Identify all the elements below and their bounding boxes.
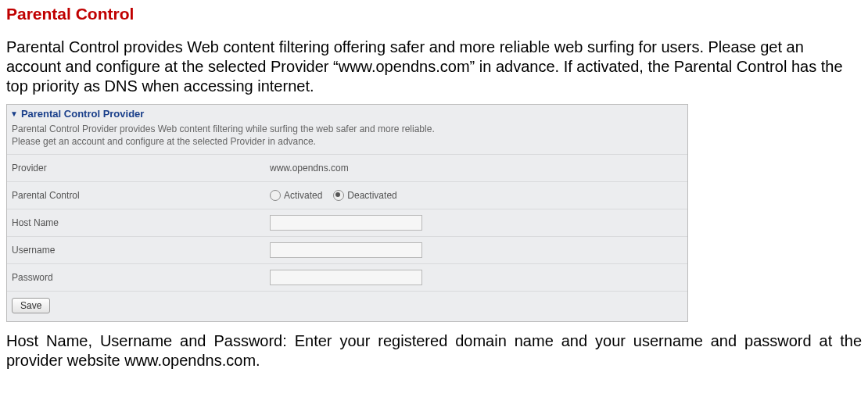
- row-save: Save: [7, 291, 687, 321]
- username-input[interactable]: [270, 242, 422, 258]
- hostname-input[interactable]: [270, 215, 422, 231]
- radio-icon: [270, 190, 281, 201]
- hostname-label: Host Name: [12, 217, 270, 228]
- row-username: Username: [7, 236, 687, 263]
- caret-down-icon: ▼: [10, 109, 18, 118]
- page-title: Parental Control: [6, 5, 862, 23]
- save-button[interactable]: Save: [12, 298, 50, 313]
- panel-description-line2: Please get an account and configure at t…: [12, 135, 683, 148]
- provider-label: Provider: [12, 163, 270, 174]
- radio-icon: [333, 190, 344, 201]
- panel-description-line1: Parental Control Provider provides Web c…: [12, 123, 683, 135]
- row-hostname: Host Name: [7, 209, 687, 236]
- parental-control-label: Parental Control: [12, 190, 270, 201]
- row-password: Password: [7, 263, 687, 291]
- intro-paragraph: Parental Control provides Web content fi…: [6, 38, 862, 96]
- username-label: Username: [12, 245, 270, 256]
- panel-header-title: Parental Control Provider: [21, 108, 144, 120]
- activated-option[interactable]: Activated: [270, 190, 322, 201]
- footer-paragraph: Host Name, Username and Password: Enter …: [6, 331, 862, 370]
- panel-header[interactable]: ▼ Parental Control Provider: [7, 105, 687, 121]
- provider-value: www.opendns.com: [270, 163, 683, 174]
- row-parental-control: Parental Control Activated Deactivated: [7, 181, 687, 209]
- row-provider: Provider www.opendns.com: [7, 154, 687, 181]
- deactivated-text: Deactivated: [347, 190, 396, 201]
- password-input[interactable]: [270, 270, 422, 285]
- activated-text: Activated: [284, 190, 322, 201]
- deactivated-option[interactable]: Deactivated: [333, 190, 396, 201]
- password-label: Password: [12, 272, 270, 283]
- parental-control-panel: ▼ Parental Control Provider Parental Con…: [6, 104, 688, 322]
- panel-description: Parental Control Provider provides Web c…: [7, 121, 687, 154]
